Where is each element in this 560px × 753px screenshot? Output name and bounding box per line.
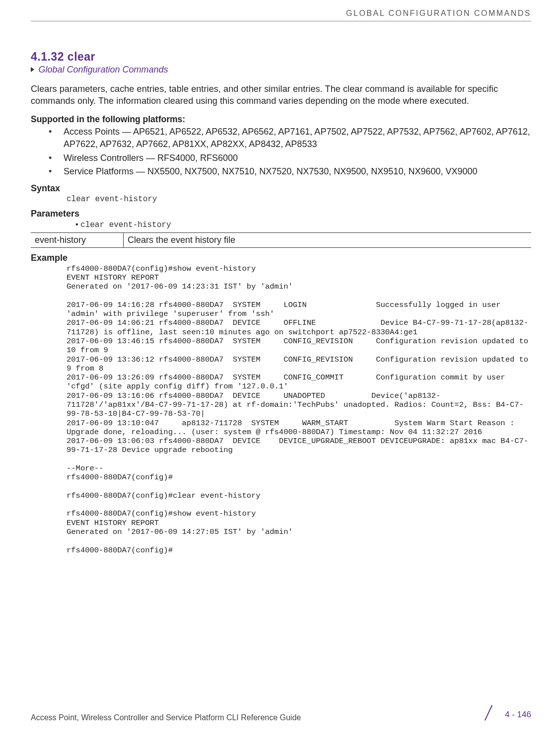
page-footer: Access Point, Wireless Controller and Se…: [31, 707, 531, 722]
param-code: clear event-history: [80, 221, 171, 229]
arrow-right-icon: [31, 67, 34, 72]
breadcrumb: Global Configuration Commands: [31, 65, 531, 75]
param-name-cell: event-history: [31, 232, 124, 247]
list-item: Service Platforms — NX5500, NX7500, NX75…: [49, 165, 531, 178]
syntax-code: clear event-history: [31, 195, 531, 204]
list-item: Access Points — AP6521, AP6522, AP6532, …: [49, 126, 531, 151]
breadcrumb-link[interactable]: Global Configuration Commands: [38, 65, 168, 75]
table-row: event-history Clears the event history f…: [31, 232, 531, 247]
section-heading: 4.1.32 clear: [31, 50, 531, 64]
example-label: Example: [31, 253, 531, 263]
parameters-label: Parameters: [31, 209, 531, 219]
footer-title: Access Point, Wireless Controller and Se…: [31, 713, 301, 722]
bullet-icon: •: [75, 220, 80, 228]
page-slash-icon: [480, 707, 498, 722]
param-table: event-history Clears the event history f…: [31, 232, 531, 248]
supported-heading: Supported in the following platforms:: [31, 114, 531, 125]
syntax-label: Syntax: [31, 183, 531, 194]
running-header: GLOBAL CONFIGURATION COMMANDS: [31, 0, 531, 21]
example-code: rfs4000-880DA7(config)#show event-histor…: [31, 264, 531, 555]
param-desc-cell: Clears the event history file: [124, 232, 532, 247]
page-number: 4 - 146: [505, 710, 531, 720]
intro-paragraph: Clears parameters, cache entries, table …: [31, 83, 531, 107]
platform-list: Access Points — AP6521, AP6522, AP6532, …: [31, 126, 531, 178]
list-item: Wireless Controllers — RFS4000, RFS6000: [49, 152, 531, 165]
param-bullet: • clear event-history: [31, 220, 531, 229]
